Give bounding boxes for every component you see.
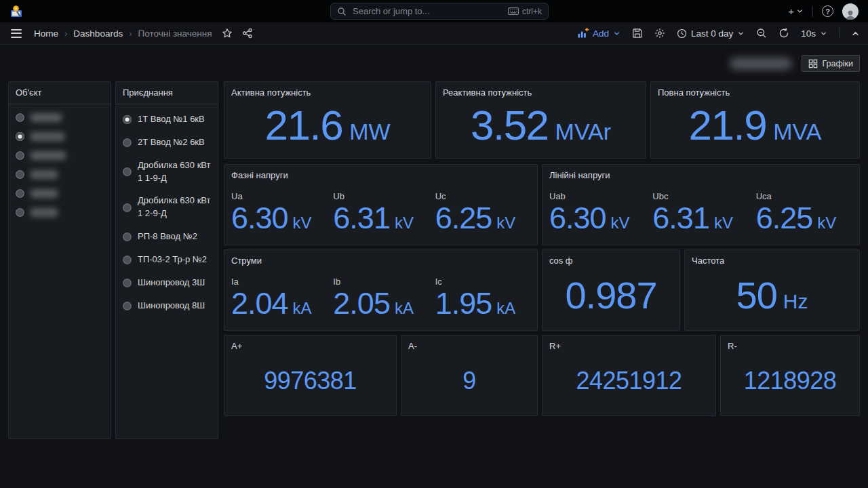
menu-icon[interactable] (8, 26, 24, 41)
radio-icon[interactable] (123, 256, 132, 264)
radio-icon[interactable] (123, 138, 132, 147)
object-options-list (9, 104, 111, 226)
panel-title[interactable]: Лінійні напруги (542, 165, 859, 181)
search-input[interactable] (351, 5, 503, 17)
radio-icon[interactable] (16, 113, 24, 122)
add-panel-button[interactable]: Add (577, 28, 620, 39)
radio-option[interactable]: 2Т Ввод №2 6кВ (123, 136, 211, 149)
nav-right-actions: + ? (788, 3, 859, 20)
panel-title[interactable]: Фазні напруги (224, 165, 537, 181)
chevron-up-icon[interactable] (851, 29, 860, 38)
radio-option[interactable] (16, 170, 104, 179)
chevron-down-icon (613, 30, 620, 37)
help-icon[interactable]: ? (822, 5, 833, 17)
radio-option[interactable]: Шинопровод 3Ш (123, 277, 211, 289)
radio-icon[interactable] (16, 170, 24, 179)
radio-option[interactable]: Дробилка 630 кВт 1 1-9-Д (123, 159, 211, 185)
dashboard-toolbar: Home › Dashboards › Поточні значення (0, 22, 868, 45)
panel-title[interactable]: Приєднання (116, 82, 218, 104)
stat-unit: kV (293, 214, 312, 232)
radio-option[interactable]: Дробилка 630 кВт 1 2-9-Д (123, 195, 211, 220)
radio-icon[interactable] (16, 189, 24, 198)
radio-icon[interactable] (16, 151, 24, 160)
panel-energy-r-plus: R+ 24251912 (542, 335, 716, 416)
search-bar[interactable]: ctrl+k (330, 3, 549, 20)
search-shortcut: ctrl+k (508, 7, 542, 16)
share-icon[interactable] (242, 28, 253, 39)
panel-title[interactable]: Струми (224, 250, 537, 266)
panel-apparent-power: Повна потужність 21.9MVA (650, 81, 860, 159)
breadcrumb-separator: › (129, 28, 132, 39)
radio-icon[interactable] (123, 203, 132, 212)
radio-option[interactable]: РП-8 Ввод №2 (123, 230, 211, 243)
radio-icon[interactable] (16, 208, 24, 217)
stat-unit: kA (395, 299, 414, 318)
refresh-interval-picker[interactable]: 10s (801, 28, 827, 39)
radio-option[interactable] (16, 151, 104, 160)
stat-value: 24251912 (576, 369, 682, 393)
stat-value: 9976381 (264, 369, 357, 393)
stat-label: Uc (435, 191, 537, 201)
zoom-out-icon[interactable] (756, 28, 767, 39)
stat-value: 2.05 (333, 287, 390, 319)
panel-line-voltages: Лінійні напруги Uab 6.30kV Ubc 6.31kV Uc… (542, 164, 860, 245)
stat-label: Uab (549, 191, 652, 201)
panel-title[interactable]: Об'єкт (9, 82, 111, 104)
org-logo-icon[interactable] (9, 5, 23, 18)
breadcrumb-dashboards[interactable]: Dashboards (73, 28, 123, 39)
radio-icon[interactable] (123, 302, 132, 310)
charts-button[interactable]: Графіки (802, 55, 860, 72)
radio-icon[interactable] (123, 115, 132, 124)
refresh-icon[interactable] (778, 28, 789, 39)
stat-unit: MVA (773, 119, 821, 145)
radio-icon[interactable] (16, 132, 24, 141)
breadcrumb-current: Поточні значення (138, 28, 212, 39)
stat-label: Ia (231, 277, 333, 287)
panel-frequency: Частота 50Hz (684, 249, 860, 331)
clock-icon (677, 28, 687, 39)
stat-unit: kV (496, 214, 515, 232)
time-range-picker[interactable]: Last 0 day (677, 28, 745, 39)
breadcrumb-home[interactable]: Home (34, 28, 58, 39)
save-icon[interactable] (632, 28, 643, 39)
chevron-down-icon (737, 30, 745, 37)
radio-option[interactable] (16, 208, 104, 217)
stat: Ib 2.05kA (333, 277, 435, 319)
redacted-button[interactable] (730, 58, 792, 70)
stat-value: 6.25 (756, 202, 813, 234)
add-panel-icon (577, 28, 589, 39)
radio-option[interactable] (16, 189, 104, 198)
radio-icon[interactable] (123, 232, 132, 241)
avatar[interactable] (842, 3, 859, 20)
charts-button-label: Графіки (823, 59, 853, 68)
radio-option[interactable] (16, 113, 104, 122)
star-icon[interactable] (222, 28, 233, 39)
radio-option[interactable]: Шинопровод 8Ш (123, 300, 211, 312)
stat-value: 6.31 (333, 202, 390, 234)
apps-grid-icon (808, 59, 818, 68)
redacted-label (31, 113, 62, 122)
chevron-down-icon (820, 30, 827, 37)
plus-icon: + (788, 5, 794, 17)
chevron-down-icon (796, 7, 804, 15)
stat: Ic 1.95kA (435, 277, 537, 319)
divider (812, 6, 813, 17)
stat-value: 2.04 (231, 287, 288, 319)
radio-option[interactable] (16, 132, 104, 141)
stat-value: 21.9 (689, 104, 767, 146)
stat-value: 6.31 (652, 202, 709, 234)
radio-icon[interactable] (123, 279, 132, 287)
stat-label: Ua (231, 191, 333, 201)
top-nav: ctrl+k + ? (0, 0, 868, 22)
gear-icon[interactable] (654, 28, 665, 39)
radio-icon[interactable] (123, 167, 132, 176)
radio-option[interactable]: ТП-03-2 Тр-р №2 (123, 253, 211, 266)
new-menu-button[interactable]: + (788, 5, 804, 17)
panel-energy-a-minus: A- 9 (401, 335, 538, 416)
user-icon (844, 9, 856, 20)
stat-value: 6.25 (435, 202, 492, 234)
dashboard-header-actions: Графіки (730, 55, 860, 72)
radio-option[interactable]: 1Т Ввод №1 6кВ (123, 113, 211, 126)
option-label: 2Т Ввод №2 6кВ (138, 136, 205, 149)
stat-value: 9 (462, 369, 476, 393)
